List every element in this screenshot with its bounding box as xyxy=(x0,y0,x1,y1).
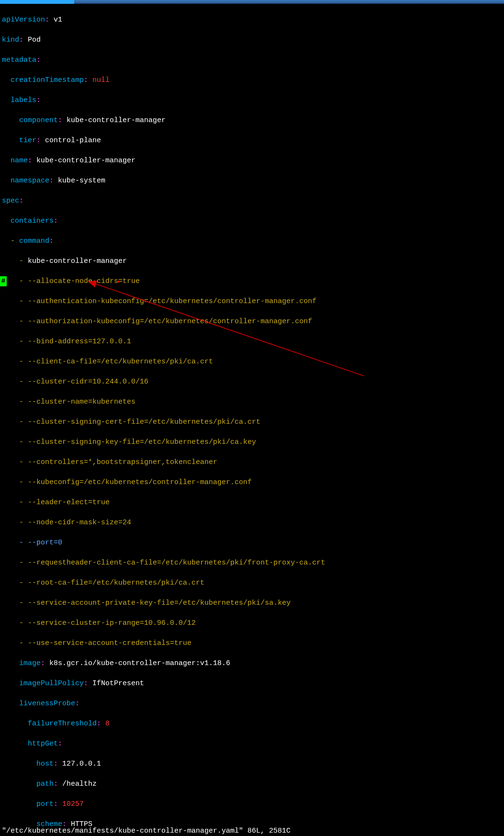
command-item: --allocate-node-cidrs=true xyxy=(28,277,140,285)
yaml-value: control-plane xyxy=(45,136,101,145)
command-item: --cluster-cidr=10.244.0.0/16 xyxy=(28,378,148,386)
command-item: kube-controller-manager xyxy=(28,257,127,265)
yaml-value: kube-controller-manager xyxy=(36,157,135,165)
yaml-value: 127.0.0.1 xyxy=(62,760,101,768)
window-tab[interactable] xyxy=(0,0,74,4)
yaml-value: v1 xyxy=(54,16,62,24)
title-bar xyxy=(0,0,504,4)
command-item: --authorization-kubeconfig=/etc/kubernet… xyxy=(28,317,312,326)
command-item: --controllers=*,bootstrapsigner,tokencle… xyxy=(28,458,217,466)
command-item: --root-ca-file=/etc/kubernetes/pki/ca.cr… xyxy=(28,579,204,587)
command-item: --node-cidr-mask-size=24 xyxy=(28,519,131,527)
command-item: --leader-elect=true xyxy=(28,498,110,507)
yaml-editor[interactable]: apiVersion: v1 kind: Pod metadata: creat… xyxy=(0,4,504,836)
command-item: --use-service-account-credentials=true xyxy=(28,639,191,647)
command-item: --authentication-kubeconfig=/etc/kuberne… xyxy=(28,297,316,305)
highlighted-line: - --port=0 xyxy=(2,538,504,548)
yaml-value: kube-controller-manager xyxy=(67,116,166,124)
yaml-value: 10257 xyxy=(62,800,84,808)
yaml-value: 8 xyxy=(105,720,110,728)
command-item: --requestheader-client-ca-file=/etc/kube… xyxy=(28,559,325,567)
yaml-value: kube-system xyxy=(58,177,105,185)
yaml-value: IfNotPresent xyxy=(92,679,144,688)
yaml-value: k8s.gcr.io/kube-controller-manager:v1.18… xyxy=(49,659,230,667)
command-item: --bind-address=127.0.0.1 xyxy=(28,338,131,346)
yaml-value: Pod xyxy=(28,36,41,44)
command-item: --cluster-name=kubernetes xyxy=(28,398,135,406)
yaml-value: /healthz xyxy=(62,780,97,788)
command-item: --cluster-signing-cert-file=/etc/kuberne… xyxy=(28,418,260,426)
command-item: --cluster-signing-key-file=/etc/kubernet… xyxy=(28,438,256,446)
command-item: --service-account-private-key-file=/etc/… xyxy=(28,599,291,607)
gutter-change-mark: # xyxy=(0,276,7,286)
command-item: --client-ca-file=/etc/kubernetes/pki/ca.… xyxy=(28,358,213,366)
command-item: --service-cluster-ip-range=10.96.0.0/12 xyxy=(28,619,196,627)
yaml-value: null xyxy=(92,76,110,84)
vim-status-line: "/etc/kubernetes/manifests/kube-controll… xyxy=(2,826,291,836)
command-item: --kubeconfig=/etc/kubernetes/controller-… xyxy=(28,478,252,486)
